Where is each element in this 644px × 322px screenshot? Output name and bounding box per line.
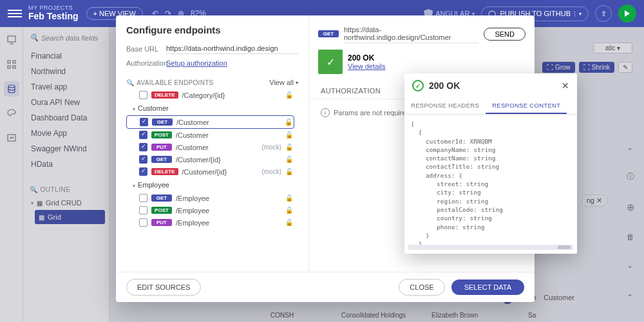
method-badge: DELETE — [151, 168, 178, 175]
base-url-input[interactable]: https://data-northwind.indigo.design — [166, 43, 298, 54]
endpoint-path: /Employee — [176, 219, 281, 227]
modal-title: Configure endpoints — [126, 24, 298, 35]
hamburger-icon[interactable] — [8, 6, 22, 21]
auth-indicator-icon: 🔓 — [285, 131, 293, 138]
mock-label: (mock) — [261, 144, 281, 151]
checkbox[interactable] — [139, 91, 147, 99]
endpoint-row[interactable]: DELETE /Category/{id} 🔓 — [126, 89, 294, 101]
base-url-label: Base URL — [126, 45, 166, 53]
success-icon: ✓ — [412, 80, 424, 91]
tab-response-headers[interactable]: RESPONSE HEADERS — [404, 98, 486, 114]
tab-response-content[interactable]: RESPONSE CONTENT — [486, 98, 567, 114]
request-url[interactable]: https://data-northwind.indigo.design/Cus… — [344, 24, 478, 43]
endpoint-path: /Category/{id} — [182, 91, 281, 99]
endpoint-row[interactable]: GET/Customer/{id}🔓 — [126, 153, 294, 166]
chevron-down-icon[interactable]: ▾ — [574, 11, 582, 17]
close-icon[interactable]: ✕ — [562, 80, 569, 91]
horizontal-scrollbar[interactable] — [408, 245, 573, 250]
view-details-link[interactable]: View details — [348, 62, 386, 70]
available-endpoints-label: 🔍AVAILABLE ENDPOINTS — [126, 79, 214, 86]
auth-label: Authorization — [126, 59, 166, 67]
endpoint-row[interactable]: PUT/Customer(mock)🔓 — [126, 141, 294, 153]
popover-status: 200 OK — [429, 80, 460, 91]
modal-footer: EDIT SOURCES CLOSE SELECT DATA — [116, 272, 535, 302]
endpoint-row[interactable]: PUT/Employee🔓 — [126, 216, 294, 229]
endpoint-path: /Employee — [176, 207, 281, 214]
response-tabs: RESPONSE HEADERS RESPONSE CONTENT — [404, 98, 577, 115]
edit-sources-button[interactable]: EDIT SOURCES — [126, 279, 201, 296]
close-button[interactable]: CLOSE — [399, 279, 444, 296]
auth-indicator-icon: 🔓 — [285, 118, 292, 126]
auth-indicator-icon: 🔓 — [285, 207, 293, 214]
modal-left-panel: Configure endpoints Base URL https://dat… — [116, 15, 309, 272]
response-status: ✓ 200 OK View details — [318, 50, 526, 74]
endpoint-path: /Customer/{id} — [176, 156, 281, 164]
endpoint-path: /Employee — [176, 194, 281, 202]
method-badge: POST — [151, 207, 172, 214]
endpoint-list[interactable]: DELETE /Category/{id} 🔓 CustomerGET/Cust… — [126, 89, 298, 263]
share-icon: ⇪ — [601, 10, 607, 18]
endpoint-path: /Customer — [176, 118, 281, 126]
status-code: 200 OK — [348, 53, 386, 62]
checkbox[interactable] — [139, 218, 147, 227]
auth-indicator-icon: 🔓 — [285, 168, 293, 175]
auth-indicator-icon: 🔓 — [285, 219, 293, 226]
endpoint-path: /Customer/{id} — [182, 168, 258, 176]
method-badge: PUT — [151, 144, 172, 151]
share-button[interactable]: ⇪ — [595, 5, 612, 22]
auth-indicator-icon: 🔓 — [285, 156, 293, 163]
auth-indicator-icon: 🔓 — [285, 91, 293, 99]
setup-auth-link[interactable]: Setup authorization — [166, 59, 227, 67]
response-body[interactable]: [ { customerId: XRNQBM companyName: stri… — [404, 115, 577, 245]
send-button[interactable]: SEND — [484, 28, 526, 41]
play-icon — [624, 10, 630, 17]
method-badge: GET — [152, 118, 173, 126]
checkbox[interactable] — [139, 167, 147, 176]
chevron-down-icon: ▾ — [296, 80, 298, 86]
request-method-badge: GET — [318, 30, 339, 37]
method-badge: GET — [151, 194, 172, 202]
endpoint-row[interactable]: DELETE/Customer/{id}(mock)🔓 — [126, 166, 294, 178]
endpoint-row[interactable]: POST/Customer🔓 — [126, 129, 294, 141]
endpoint-group[interactable]: Customer — [126, 101, 294, 115]
project-name: Feb Testing — [28, 12, 79, 21]
mock-label: (mock) — [261, 168, 281, 175]
project-title-block[interactable]: MY PROJECTS Feb Testing — [28, 5, 79, 21]
endpoint-row[interactable]: POST/Employee🔓 — [126, 204, 294, 216]
checkbox[interactable] — [139, 131, 147, 139]
method-badge: GET — [151, 156, 172, 163]
checkbox[interactable] — [139, 206, 147, 214]
auth-indicator-icon: 🔓 — [285, 194, 293, 202]
method-badge: PUT — [151, 219, 172, 226]
checkbox[interactable] — [139, 155, 147, 164]
auth-indicator-icon: 🔓 — [285, 144, 293, 151]
endpoint-path: /Customer — [176, 144, 258, 151]
preview-button[interactable] — [618, 5, 636, 23]
search-icon: 🔍 — [126, 79, 134, 86]
method-badge: POST — [151, 131, 172, 138]
endpoint-row[interactable]: GET/Employee🔓 — [126, 192, 294, 204]
view-all-toggle[interactable]: View all▾ — [269, 79, 298, 86]
method-badge: DELETE — [151, 91, 178, 99]
select-data-button[interactable]: SELECT DATA — [451, 279, 524, 295]
endpoint-group[interactable]: Employee — [126, 178, 294, 192]
success-icon: ✓ — [318, 50, 343, 74]
response-popover: ✓ 200 OK ✕ RESPONSE HEADERS RESPONSE CON… — [404, 73, 577, 254]
checkbox[interactable] — [139, 143, 147, 151]
checkbox[interactable] — [140, 118, 148, 126]
checkbox[interactable] — [139, 194, 147, 202]
endpoint-row[interactable]: GET/Customer🔓 — [126, 115, 294, 129]
endpoint-path: /Customer — [176, 131, 281, 139]
info-icon: i — [321, 108, 330, 117]
